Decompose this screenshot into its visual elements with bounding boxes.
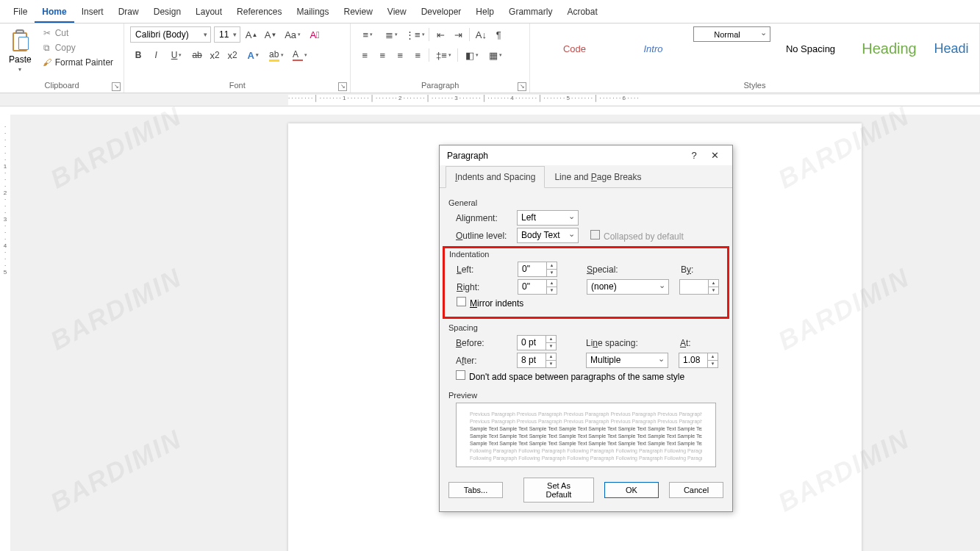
ok-button[interactable]: OK (604, 482, 659, 498)
show-marks-icon[interactable]: ¶ (490, 26, 507, 43)
copy-button[interactable]: ⧉Copy (39, 41, 116, 54)
format-painter-button[interactable]: 🖌Format Painter (39, 56, 116, 69)
align-center-icon[interactable]: ≡ (374, 47, 390, 63)
before-label: Before: (456, 338, 511, 348)
tab-view[interactable]: View (380, 2, 414, 23)
sort-icon[interactable]: A↓ (473, 26, 489, 43)
ribbon-tabs: File Home Insert Draw Design Layout Refe… (0, 0, 980, 24)
tab-references[interactable]: References (229, 2, 289, 23)
by-spin[interactable]: ▲▼ (679, 279, 719, 295)
underline-icon[interactable]: U (165, 47, 187, 63)
copy-icon: ⧉ (42, 43, 52, 53)
clear-formatting-icon[interactable]: A⃠ (307, 26, 323, 43)
numbering-icon[interactable]: ≣ (380, 26, 402, 43)
bold-icon[interactable]: B (130, 47, 146, 63)
italic-icon[interactable]: I (148, 47, 164, 63)
shrink-font-icon[interactable]: A▼ (262, 26, 279, 43)
tab-file[interactable]: File (6, 2, 35, 23)
multilevel-icon[interactable]: ⋮≡ (404, 26, 426, 43)
indent-left-label: Left: (457, 264, 512, 275)
justify-icon[interactable]: ≡ (409, 47, 426, 63)
superscript-icon[interactable]: x2 (224, 47, 240, 63)
special-label: Special: (587, 264, 631, 275)
highlight-icon[interactable]: ab (265, 47, 287, 63)
tab-home[interactable]: Home (35, 2, 74, 23)
after-label: After: (456, 356, 511, 366)
after-spin[interactable]: 8 pt▲▼ (517, 353, 557, 368)
group-clipboard: Paste ▾ ✂Cut ⧉Copy 🖌Format Painter Clipb… (0, 24, 124, 93)
bullets-icon[interactable]: ≡ (357, 26, 379, 43)
shading-icon[interactable]: ◧ (461, 47, 483, 63)
indent-right-spin[interactable]: 0"▲▼ (518, 279, 557, 295)
tabs-button[interactable]: Tabs... (448, 482, 503, 498)
tab-layout[interactable]: Layout (188, 2, 229, 23)
preview-box: Previous Paragraph Previous Paragraph Pr… (456, 403, 716, 467)
at-spin[interactable]: 1.08▲▼ (679, 353, 718, 368)
indentation-highlight: Indentation Left: 0"▲▼ Special: By: Righ… (443, 246, 729, 319)
text-effects-icon[interactable]: A (242, 47, 264, 63)
grow-font-icon[interactable]: A▲ (243, 26, 260, 43)
strikethrough-icon[interactable]: ab (189, 47, 205, 63)
horizontal-ruler[interactable]: · · · · · · · · │ · · · · · · · 1 · · · … (0, 93, 980, 107)
font-size-combo[interactable]: 11 (214, 26, 240, 43)
tab-mailings[interactable]: Mailings (289, 2, 336, 23)
line-spacing-icon[interactable]: ‡≡ (432, 47, 454, 63)
alignment-label: Alignment: (456, 213, 511, 223)
font-launcher[interactable]: ↘ (338, 82, 347, 91)
cancel-button[interactable]: Cancel (669, 482, 723, 498)
borders-icon[interactable]: ▦ (484, 47, 507, 63)
font-name-combo[interactable]: Calibri (Body) (130, 26, 211, 43)
collapsed-checkbox: Collapsed by default (590, 230, 684, 242)
tab-draw[interactable]: Draw (111, 2, 146, 23)
decrease-indent-icon[interactable]: ⇤ (432, 26, 448, 43)
paragraph-launcher[interactable]: ↘ (518, 82, 526, 91)
paste-button[interactable]: Paste ▾ (6, 26, 35, 76)
tab-line-page-breaks[interactable]: Line and Page Breaks (545, 166, 651, 188)
tab-indents-spacing[interactable]: Indents and Spacing (446, 166, 545, 188)
style-code[interactable]: Code (536, 26, 613, 71)
linespacing-select[interactable]: Multiple (586, 353, 668, 368)
align-right-icon[interactable]: ≡ (392, 47, 408, 63)
set-default-button[interactable]: Set As Default (523, 478, 594, 503)
scissors-icon: ✂ (42, 28, 52, 38)
alignment-select[interactable]: Left (517, 210, 579, 226)
dialog-titlebar[interactable]: Paragraph ? ✕ (440, 145, 732, 165)
vertical-ruler[interactable]: ······1···2···3···4···5 (0, 115, 10, 551)
tab-developer[interactable]: Developer (414, 2, 469, 23)
group-label-styles: Styles (536, 79, 973, 91)
align-left-icon[interactable]: ≡ (357, 47, 373, 63)
cut-button[interactable]: ✂Cut (39, 26, 116, 40)
tab-insert[interactable]: Insert (74, 2, 111, 23)
dont-add-space-checkbox[interactable]: Don't add space between paragraphs of th… (456, 370, 684, 382)
tab-review[interactable]: Review (337, 2, 380, 23)
section-preview: Preview (448, 391, 723, 400)
help-icon[interactable]: ? (684, 150, 704, 161)
style-heading2[interactable]: Headi (929, 26, 973, 71)
clipboard-launcher[interactable]: ↘ (112, 82, 121, 91)
at-label: At: (680, 338, 702, 348)
style-nospacing[interactable]: No Spacing (772, 26, 849, 71)
tab-design[interactable]: Design (146, 2, 188, 23)
style-heading1[interactable]: Heading (851, 26, 928, 71)
close-icon[interactable]: ✕ (704, 150, 725, 161)
font-color-icon[interactable]: A (289, 47, 311, 63)
tab-grammarly[interactable]: Grammarly (501, 2, 559, 23)
change-case-icon[interactable]: Aa (282, 26, 304, 43)
group-label-clipboard: Clipboard (6, 79, 118, 91)
subscript-icon[interactable]: x2 (207, 47, 223, 63)
style-normal[interactable]: Normal (693, 26, 770, 42)
outline-label: Outline level: (456, 231, 511, 241)
increase-indent-icon[interactable]: ⇥ (450, 26, 466, 43)
style-intro[interactable]: Intro (615, 26, 692, 71)
before-spin[interactable]: 0 pt▲▼ (517, 335, 557, 350)
section-spacing: Spacing (448, 323, 723, 332)
paste-label: Paste (9, 54, 32, 65)
tab-acrobat[interactable]: Acrobat (559, 2, 604, 23)
outline-select[interactable]: Body Text (517, 228, 579, 243)
indent-left-spin[interactable]: 0"▲▼ (518, 262, 557, 277)
special-select[interactable]: (none) (587, 279, 669, 295)
brush-icon: 🖌 (42, 57, 52, 68)
linespacing-label: Line spacing: (586, 338, 645, 348)
mirror-checkbox[interactable]: Mirror indents (457, 297, 523, 309)
tab-help[interactable]: Help (468, 2, 501, 23)
